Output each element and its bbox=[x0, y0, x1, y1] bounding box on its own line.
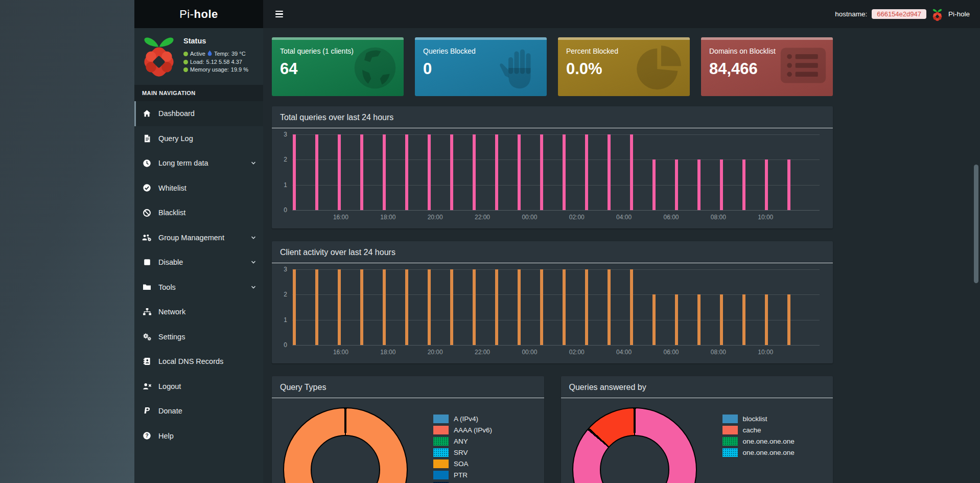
status-panel: Status Active Temp: 39 °C Load: 5.12 5.5… bbox=[134, 28, 263, 85]
query-types-panel: Query Types A (IPv4)AAAA (IPv6)ANYSRVSOA… bbox=[272, 376, 544, 483]
sidebar-item-query-log[interactable]: Query Log bbox=[134, 126, 263, 151]
bar[interactable] bbox=[360, 269, 363, 345]
legend-item[interactable]: ANY bbox=[433, 437, 492, 446]
bar[interactable] bbox=[608, 269, 611, 345]
bar[interactable] bbox=[495, 269, 498, 345]
sidebar-item-label: Disable bbox=[158, 258, 183, 266]
x-tick-label: 04:00 bbox=[616, 349, 632, 356]
bar[interactable] bbox=[720, 159, 723, 210]
bar[interactable] bbox=[450, 269, 453, 345]
x-tick-label: 06:00 bbox=[663, 349, 679, 356]
bar[interactable] bbox=[315, 269, 318, 345]
queries-blocked-card[interactable]: Queries Blocked 0 bbox=[415, 37, 547, 96]
bar[interactable] bbox=[675, 159, 678, 210]
bar[interactable] bbox=[720, 294, 723, 345]
bar[interactable] bbox=[652, 159, 656, 210]
bar[interactable] bbox=[563, 269, 566, 345]
legend-item[interactable]: SRV bbox=[433, 448, 492, 457]
query-types-donut-chart[interactable] bbox=[283, 407, 408, 483]
y-tick-label: 2 bbox=[284, 291, 287, 298]
top-bar: Pi-hole hostname: 666154e2d947 bbox=[134, 0, 980, 28]
bar[interactable] bbox=[765, 159, 768, 210]
bar[interactable] bbox=[787, 159, 790, 210]
bar[interactable] bbox=[652, 294, 656, 345]
bar[interactable] bbox=[405, 134, 408, 210]
bar[interactable] bbox=[585, 269, 588, 345]
legend-item[interactable]: A (IPv4) bbox=[433, 415, 492, 423]
x-tick-label: 08:00 bbox=[711, 214, 726, 221]
bar[interactable] bbox=[315, 134, 318, 210]
total-queries-card[interactable]: Total queries (1 clients) 64 bbox=[272, 37, 404, 96]
bar[interactable] bbox=[697, 159, 701, 210]
legend-item[interactable]: one.one.one.one bbox=[722, 437, 795, 446]
bar[interactable] bbox=[540, 269, 543, 345]
sidebar-item-blacklist[interactable]: Blacklist bbox=[134, 200, 263, 225]
sidebar-item-network[interactable]: Network bbox=[134, 300, 263, 325]
bar[interactable] bbox=[675, 294, 678, 345]
legend-item[interactable]: blocklist bbox=[722, 415, 795, 423]
bar[interactable] bbox=[383, 269, 386, 345]
y-tick-label: 3 bbox=[284, 131, 287, 138]
scrollbar-thumb[interactable] bbox=[974, 165, 978, 283]
total-queries-bar-chart[interactable]: 3210 bbox=[292, 134, 820, 210]
sidebar-item-disable[interactable]: Disable bbox=[134, 250, 263, 275]
bar[interactable] bbox=[293, 134, 296, 210]
bar[interactable] bbox=[360, 134, 363, 210]
domains-blocklist-card[interactable]: Domains on Blocklist 84,466 bbox=[701, 37, 833, 96]
legend-item[interactable]: PTR bbox=[433, 471, 492, 479]
percent-blocked-card[interactable]: Percent Blocked 0.0% bbox=[558, 37, 690, 96]
app-logo[interactable]: Pi-hole bbox=[134, 0, 263, 28]
logo-text: Pi- bbox=[179, 8, 194, 21]
temperature-icon bbox=[207, 50, 212, 57]
bar[interactable] bbox=[383, 134, 386, 210]
bar[interactable] bbox=[450, 134, 453, 210]
x-tick-label: 00:00 bbox=[522, 349, 537, 356]
gears-icon bbox=[142, 333, 152, 341]
sidebar-item-tools[interactable]: Tools bbox=[134, 275, 263, 300]
bar[interactable] bbox=[338, 269, 341, 345]
bar[interactable] bbox=[338, 134, 341, 210]
legend-item[interactable]: cache bbox=[722, 426, 795, 434]
sidebar-item-settings[interactable]: Settings bbox=[134, 325, 263, 350]
sidebar-item-group-management[interactable]: Group Management bbox=[134, 225, 263, 250]
square-icon bbox=[142, 258, 152, 266]
bar[interactable] bbox=[518, 134, 521, 210]
bar[interactable] bbox=[293, 269, 296, 345]
bar[interactable] bbox=[608, 134, 611, 210]
bar[interactable] bbox=[428, 269, 431, 345]
bar[interactable] bbox=[742, 159, 745, 210]
client-activity-bar-chart[interactable]: 3210 bbox=[292, 269, 820, 345]
bar[interactable] bbox=[765, 294, 768, 345]
sidebar-item-whitelist[interactable]: Whitelist bbox=[134, 176, 263, 201]
legend-label: A (IPv4) bbox=[454, 415, 478, 423]
bar[interactable] bbox=[518, 269, 521, 345]
bar[interactable] bbox=[428, 134, 431, 210]
bar[interactable] bbox=[630, 269, 633, 345]
sidebar-item-help[interactable]: ?Help bbox=[134, 424, 263, 449]
bar[interactable] bbox=[540, 134, 543, 210]
chevron-down-icon bbox=[250, 235, 256, 241]
sidebar-item-donate[interactable]: Donate bbox=[134, 399, 263, 424]
sidebar-item-dashboard[interactable]: Dashboard bbox=[134, 101, 263, 126]
sidebar-item-local-dns-records[interactable]: Local DNS Records bbox=[134, 349, 263, 374]
bar[interactable] bbox=[585, 134, 588, 210]
bar[interactable] bbox=[405, 269, 408, 345]
bar[interactable] bbox=[563, 134, 566, 210]
sidebar-item-long-term-data[interactable]: Long term data bbox=[134, 151, 263, 176]
legend-item[interactable]: SOA bbox=[433, 459, 492, 468]
bar[interactable] bbox=[742, 294, 745, 345]
paypal-icon bbox=[142, 407, 152, 415]
bar[interactable] bbox=[697, 294, 701, 345]
legend-item[interactable]: AAAA (IPv6) bbox=[433, 426, 492, 434]
sidebar-item-logout[interactable]: Logout bbox=[134, 374, 263, 399]
bar[interactable] bbox=[473, 134, 476, 210]
x-tick-label: 20:00 bbox=[428, 349, 443, 356]
bar[interactable] bbox=[495, 134, 498, 210]
hamburger-icon[interactable] bbox=[273, 8, 285, 20]
bar[interactable] bbox=[787, 294, 790, 345]
queries-answered-donut-chart[interactable] bbox=[572, 407, 697, 483]
bar[interactable] bbox=[473, 269, 476, 345]
card-value: 64 bbox=[280, 60, 395, 78]
legend-item[interactable]: one.one.one.one bbox=[722, 448, 795, 457]
bar[interactable] bbox=[630, 134, 633, 210]
